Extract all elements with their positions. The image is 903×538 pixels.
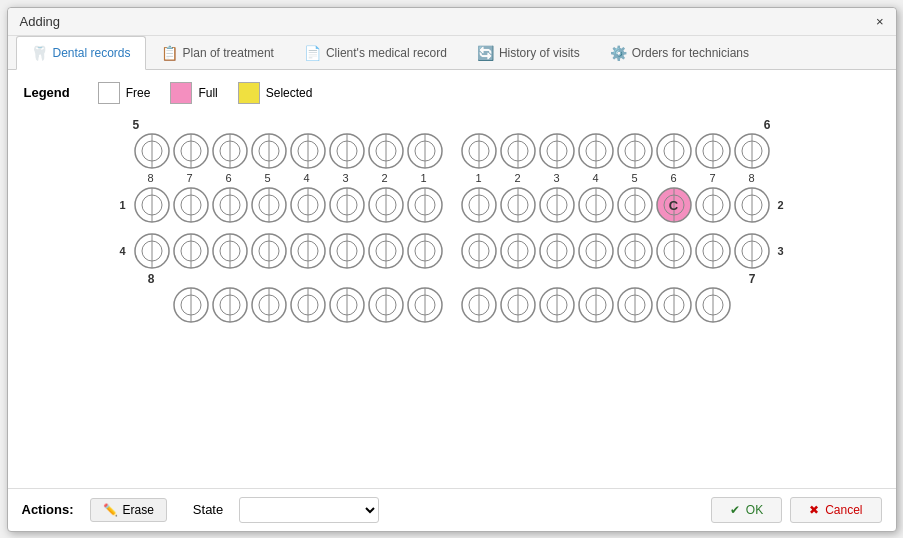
tooth-upper-l8[interactable] — [133, 132, 171, 170]
close-button[interactable]: × — [876, 15, 884, 28]
tooth-bl2[interactable] — [406, 286, 444, 324]
tooth-upper-r3[interactable] — [538, 132, 576, 170]
tooth-upper-l7[interactable] — [172, 132, 210, 170]
adding-dialog: Adding × 🦷 Dental records 📋 Plan of trea… — [7, 7, 897, 532]
bottom-numbers-row: 8 7 — [24, 272, 880, 286]
tooth-br8[interactable] — [694, 286, 732, 324]
tooth-ll2[interactable] — [367, 232, 405, 270]
tooth-mr6-pink[interactable]: C — [655, 186, 693, 224]
tooth-ml6[interactable] — [211, 186, 249, 224]
legend-full-label: Full — [198, 86, 217, 100]
tab-dental-records-label: Dental records — [53, 46, 131, 60]
tooth-mr4[interactable] — [577, 186, 615, 224]
tooth-bl7[interactable] — [211, 286, 249, 324]
tooth-lr5[interactable] — [616, 232, 654, 270]
tooth-ml3[interactable] — [328, 186, 366, 224]
pink-tooth-label: C — [669, 197, 678, 212]
erase-button[interactable]: ✏️ Erase — [90, 498, 167, 522]
legend-free-box — [98, 82, 120, 104]
tooth-ll4[interactable] — [289, 232, 327, 270]
plan-icon: 📋 — [161, 45, 178, 61]
main-left-group — [133, 186, 444, 224]
tooth-ml2[interactable] — [367, 186, 405, 224]
legend-selected-box — [238, 82, 260, 104]
tooth-ll5[interactable] — [250, 232, 288, 270]
tooth-bl5[interactable] — [289, 286, 327, 324]
tooth-br5[interactable] — [577, 286, 615, 324]
tooth-upper-r2[interactable] — [499, 132, 537, 170]
tooth-lr2[interactable] — [499, 232, 537, 270]
legend: Legend Free Full Selected — [24, 82, 880, 104]
tooth-upper-r5[interactable] — [616, 132, 654, 170]
tab-medical-record[interactable]: 📄 Client's medical record — [289, 36, 462, 70]
tooth-ll1[interactable] — [406, 232, 444, 270]
ok-label: OK — [746, 503, 763, 517]
main-upper-teeth-row: 1 — [24, 186, 880, 224]
tab-orders[interactable]: ⚙️ Orders for technicians — [595, 36, 764, 70]
tooth-bl4[interactable] — [328, 286, 366, 324]
footer-buttons: ✔ OK ✖ Cancel — [711, 497, 882, 523]
orders-icon: ⚙️ — [610, 45, 627, 61]
ok-button[interactable]: ✔ OK — [711, 497, 782, 523]
tooth-ll8[interactable] — [133, 232, 171, 270]
tooth-lr3[interactable] — [538, 232, 576, 270]
tooth-ml4[interactable] — [289, 186, 327, 224]
legend-full: Full — [170, 82, 217, 104]
tooth-upper-r7[interactable] — [694, 132, 732, 170]
tooth-lr1[interactable] — [460, 232, 498, 270]
label-2: 2 — [773, 199, 789, 211]
cancel-button[interactable]: ✖ Cancel — [790, 497, 881, 523]
tooth-br3[interactable] — [499, 286, 537, 324]
tab-medical-label: Client's medical record — [326, 46, 447, 60]
tab-orders-label: Orders for technicians — [632, 46, 749, 60]
main-content: Legend Free Full Selected 5 — [8, 70, 896, 488]
tooth-ml7[interactable] — [172, 186, 210, 224]
tooth-upper-r8[interactable] — [733, 132, 771, 170]
tooth-mr2[interactable] — [499, 186, 537, 224]
tooth-ll7[interactable] — [172, 232, 210, 270]
tooth-lr8[interactable] — [733, 232, 771, 270]
tooth-mr7[interactable] — [694, 186, 732, 224]
tooth-lr6[interactable] — [655, 232, 693, 270]
tooth-upper-r6[interactable] — [655, 132, 693, 170]
tooth-ml8[interactable] — [133, 186, 171, 224]
lower-left-group — [133, 232, 444, 270]
tooth-upper-l1[interactable] — [406, 132, 444, 170]
tab-bar: 🦷 Dental records 📋 Plan of treatment 📄 C… — [8, 36, 896, 70]
tooth-upper-l4[interactable] — [289, 132, 327, 170]
state-label: State — [193, 502, 223, 517]
tooth-lr7[interactable] — [694, 232, 732, 270]
tooth-upper-l3[interactable] — [328, 132, 366, 170]
medical-icon: 📄 — [304, 45, 321, 61]
tooth-upper-l6[interactable] — [211, 132, 249, 170]
tooth-bl6[interactable] — [250, 286, 288, 324]
legend-full-box — [170, 82, 192, 104]
title-bar: Adding × — [8, 8, 896, 36]
tooth-ll6[interactable] — [211, 232, 249, 270]
tooth-ml1[interactable] — [406, 186, 444, 224]
tooth-mr3[interactable] — [538, 186, 576, 224]
tooth-br2[interactable] — [460, 286, 498, 324]
tooth-bl3[interactable] — [367, 286, 405, 324]
tooth-br4[interactable] — [538, 286, 576, 324]
tooth-br7[interactable] — [655, 286, 693, 324]
tooth-ll3[interactable] — [328, 232, 366, 270]
tab-history[interactable]: 🔄 History of visits — [462, 36, 595, 70]
tooth-lr4[interactable] — [577, 232, 615, 270]
main-right-group: C — [460, 186, 771, 224]
tooth-mr5[interactable] — [616, 186, 654, 224]
tooth-mr8[interactable] — [733, 186, 771, 224]
tab-dental-records[interactable]: 🦷 Dental records — [16, 36, 146, 70]
tooth-upper-r1[interactable] — [460, 132, 498, 170]
tooth-bl8[interactable] — [172, 286, 210, 324]
tooth-mr1[interactable] — [460, 186, 498, 224]
tooth-upper-l5[interactable] — [250, 132, 288, 170]
tooth-ml5[interactable] — [250, 186, 288, 224]
tooth-upper-l2[interactable] — [367, 132, 405, 170]
cancel-icon: ✖ — [809, 503, 819, 517]
tooth-upper-r4[interactable] — [577, 132, 615, 170]
erase-label: Erase — [123, 503, 154, 517]
tooth-br6[interactable] — [616, 286, 654, 324]
state-select[interactable] — [239, 497, 379, 523]
tab-plan-of-treatment[interactable]: 📋 Plan of treatment — [146, 36, 289, 70]
